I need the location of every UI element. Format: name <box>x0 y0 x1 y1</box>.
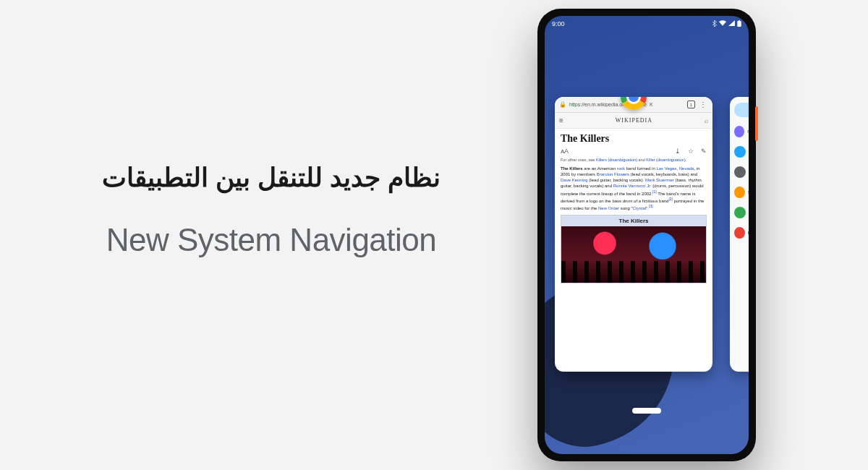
download-icon[interactable]: ⤓ <box>675 148 681 155</box>
card2-app-row[interactable]: Ne <box>734 126 749 137</box>
app-label: Ne <box>747 129 749 134</box>
disambig-link[interactable]: Killer (disambiguation) <box>646 158 685 162</box>
headline-english: New System Navigation <box>69 222 474 258</box>
infobox: The Killers <box>561 215 707 283</box>
svg-rect-0 <box>737 20 741 26</box>
edit-icon[interactable]: ✎ <box>701 148 707 155</box>
home-gesture-pill[interactable] <box>632 408 661 414</box>
link-new-order[interactable]: New Order <box>598 206 619 210</box>
link-mark-stoermer[interactable]: Mark Stoermer <box>645 178 674 182</box>
disambig-link[interactable]: Killers (disambiguation) <box>596 158 637 162</box>
status-bar: 9:00 <box>545 16 749 32</box>
status-icons <box>712 20 741 28</box>
phone-screen: 9:00 NeDrPlSePl <box>545 16 749 454</box>
article-body: The Killers are an American rock band fo… <box>555 166 712 215</box>
status-time: 9:00 <box>552 20 565 27</box>
app-label: Se <box>748 190 749 195</box>
disambiguation-note: For other uses, see Killers (disambiguat… <box>555 158 712 166</box>
link-crystal[interactable]: Crystal <box>633 206 647 210</box>
recents-card-secondary[interactable]: NeDrPlSePlPh <box>730 97 749 372</box>
battery-icon <box>737 20 741 28</box>
infobox-image <box>561 226 706 283</box>
app-icon <box>734 207 746 218</box>
signal-icon <box>728 20 735 27</box>
link-brandon-flowers[interactable]: Brandon Flowers <box>597 172 629 176</box>
app-icon <box>734 227 745 239</box>
svg-rect-1 <box>739 20 740 21</box>
phone-mockup: 9:00 NeDrPlSePl <box>537 9 756 461</box>
wiki-logo[interactable]: WIKIPEDIA <box>568 117 700 124</box>
card2-searchbar <box>734 103 749 117</box>
link-dave-keuning[interactable]: Dave Keuning <box>561 178 588 182</box>
card2-app-row[interactable]: Dr <box>734 146 749 158</box>
card2-app-row[interactable]: Pl <box>734 166 749 178</box>
wifi-icon <box>719 20 726 27</box>
tab-count[interactable]: 1 <box>687 101 695 108</box>
phone-power-button <box>755 106 758 141</box>
card2-app-row[interactable]: Ph <box>734 227 749 239</box>
article-tools: ᴀA ⤓ ☆ ✎ <box>555 148 712 158</box>
wikipedia-header: ≡ WIKIPEDIA ⌕ <box>555 113 712 129</box>
headline-block: نظام جديد للتنقل بين التطبيقات New Syste… <box>69 163 474 258</box>
app-label: Ph <box>748 231 749 235</box>
app-icon <box>734 187 745 198</box>
star-icon[interactable]: ☆ <box>688 148 694 155</box>
ref-link[interactable]: [3] <box>649 204 653 208</box>
app-icon <box>734 166 746 178</box>
bluetooth-icon <box>712 20 717 28</box>
link-rock[interactable]: rock <box>617 166 625 171</box>
link-ronnie-vannucci[interactable]: Ronnie Vannucci Jr. <box>613 184 652 188</box>
wiki-menu-icon[interactable]: ≡ <box>559 116 563 124</box>
lock-icon: 🔒 <box>559 101 566 108</box>
card2-app-row[interactable]: Se <box>734 187 749 198</box>
article-title: The Killers <box>555 129 712 148</box>
app-icon <box>734 146 746 158</box>
chrome-menu-icon[interactable]: ⋮ <box>698 101 708 108</box>
headline-arabic: نظام جديد للتنقل بين التطبيقات <box>69 163 474 193</box>
wiki-search-icon[interactable]: ⌕ <box>705 117 708 124</box>
app-icon <box>734 126 744 137</box>
link-las-vegas[interactable]: Las Vegas, Nevada <box>656 166 694 171</box>
infobox-title: The Killers <box>561 215 706 226</box>
recents-overview[interactable]: NeDrPlSePlPh 🔒 https://en.m.wikipedia.or… <box>545 32 749 422</box>
lang-icon[interactable]: ᴀA <box>561 148 569 155</box>
card2-app-row[interactable]: Pl <box>734 207 749 218</box>
recents-card-chrome[interactable]: 🔒 https://en.m.wikipedia.org/wiki/The_K … <box>555 97 712 372</box>
